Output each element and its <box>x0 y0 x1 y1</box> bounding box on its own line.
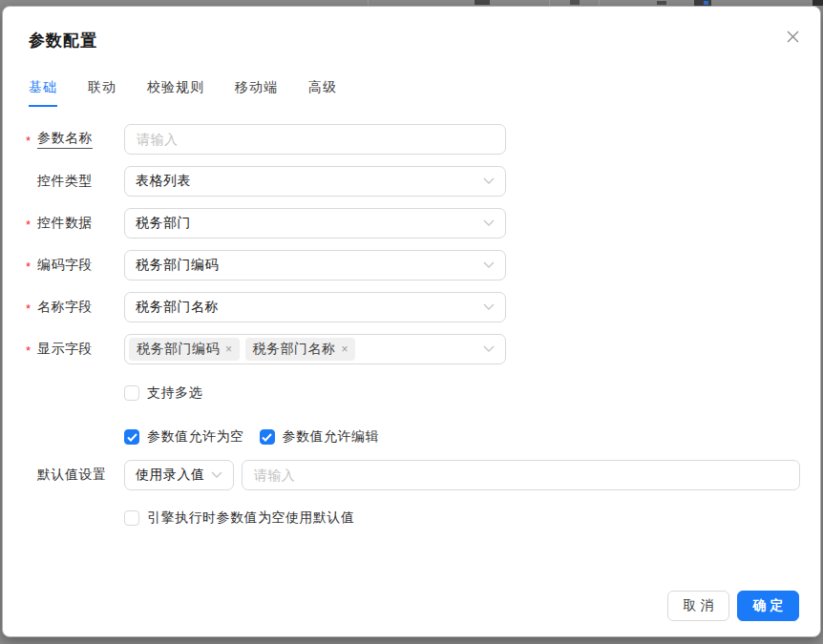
display-field-label: 显示字段 <box>37 341 93 358</box>
tab-basic[interactable]: 基础 <box>29 79 57 107</box>
tab-mobile[interactable]: 移动端 <box>235 79 278 107</box>
checkbox-icon <box>124 510 139 526</box>
chevron-down-icon <box>483 177 495 185</box>
code-field-select[interactable]: 税务部门编码 <box>124 250 506 280</box>
chevron-down-icon <box>483 219 495 227</box>
cancel-button[interactable]: 取消 <box>667 591 729 621</box>
dialog-footer: 取消 确定 <box>667 591 799 621</box>
row-name-field: * 名称字段 税务部门名称 <box>26 292 800 322</box>
name-field-select[interactable]: 税务部门名称 <box>124 292 506 322</box>
default-value-mode-select[interactable]: 使用录入值 <box>124 460 234 490</box>
control-data-label: 控件数据 <box>37 215 93 232</box>
row-code-field: * 编码字段 税务部门编码 <box>26 250 800 280</box>
tab-linkage[interactable]: 联动 <box>88 79 116 107</box>
confirm-button[interactable]: 确定 <box>737 591 799 621</box>
tag-remove-icon[interactable]: × <box>225 343 233 355</box>
dialog-tabs: 基础 联动 校验规则 移动端 高级 <box>29 79 337 107</box>
control-type-select[interactable]: 表格列表 <box>124 166 506 197</box>
multi-select-checkbox[interactable]: 支持多选 <box>124 384 202 402</box>
param-name-label: 参数名称 <box>37 130 93 149</box>
tab-validation-rules[interactable]: 校验规则 <box>147 79 204 107</box>
row-display-field: * 显示字段 税务部门编码 × 税务部门名称 × <box>26 334 800 364</box>
default-value-input[interactable] <box>242 460 800 490</box>
row-value-options: 参数值允许为空 参数值允许编辑 <box>124 426 800 447</box>
row-multi-select: 支持多选 <box>124 383 800 404</box>
close-icon[interactable] <box>784 28 801 45</box>
row-control-data: * 控件数据 税务部门 <box>26 208 800 239</box>
dialog-title: 参数配置 <box>29 30 97 52</box>
row-use-default: 引擎执行时参数值为空使用默认值 <box>124 508 800 529</box>
allow-empty-checkbox[interactable]: 参数值允许为空 <box>124 428 244 446</box>
use-default-checkbox[interactable]: 引擎执行时参数值为空使用默认值 <box>124 509 355 527</box>
chevron-down-icon <box>483 303 495 311</box>
parameter-config-dialog: 参数配置 基础 联动 校验规则 移动端 高级 * 参数名称 * 控件类型 表格列… <box>2 6 821 637</box>
required-mark: * <box>26 134 33 148</box>
control-data-select[interactable]: 税务部门 <box>124 208 506 239</box>
basic-form: * 参数名称 * 控件类型 表格列表 * 控件数据 <box>26 124 800 529</box>
allow-edit-checkbox[interactable]: 参数值允许编辑 <box>260 428 380 446</box>
row-default-value: * 默认值设置 使用录入值 <box>26 460 800 490</box>
display-field-multiselect[interactable]: 税务部门编码 × 税务部门名称 × <box>124 334 506 364</box>
control-type-label: 控件类型 <box>37 173 93 190</box>
checkbox-icon <box>260 429 275 445</box>
param-name-input[interactable] <box>124 124 506 155</box>
chevron-down-icon <box>483 345 495 353</box>
name-field-label: 名称字段 <box>37 299 93 316</box>
row-param-name: * 参数名称 <box>26 124 800 155</box>
tag-remove-icon[interactable]: × <box>342 343 349 355</box>
tab-advanced[interactable]: 高级 <box>308 79 337 107</box>
default-value-label: 默认值设置 <box>37 467 107 484</box>
code-field-label: 编码字段 <box>37 257 93 274</box>
chevron-down-icon <box>483 261 495 269</box>
checkbox-icon <box>124 385 139 401</box>
selected-tag: 税务部门编码 × <box>129 338 240 361</box>
chevron-down-icon <box>211 471 222 479</box>
row-control-type: * 控件类型 表格列表 <box>26 166 800 197</box>
checkbox-icon <box>124 429 139 445</box>
selected-tag: 税务部门名称 × <box>245 338 356 361</box>
